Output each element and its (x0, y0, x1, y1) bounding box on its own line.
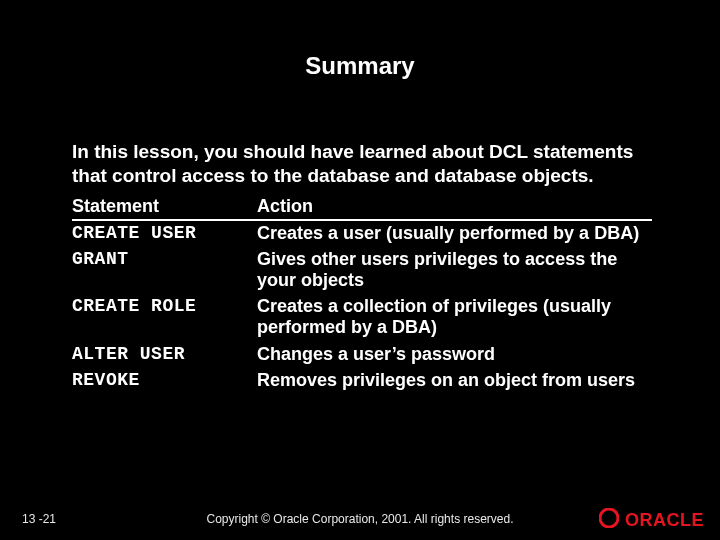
table-cell-stmt: CREATE USER (72, 220, 257, 247)
slide-title: Summary (0, 0, 720, 80)
statements-table: Statement Action CREATE USER Creates a u… (72, 194, 652, 395)
slide-footer: 13 -21 Copyright © Oracle Corporation, 2… (0, 500, 720, 540)
oracle-o-icon (599, 508, 619, 532)
col-header-statement: Statement (72, 194, 257, 220)
slide-body: In this lesson, you should have learned … (72, 140, 652, 394)
svg-point-0 (600, 509, 618, 527)
table-cell-action: Removes privileges on an object from use… (257, 367, 652, 393)
table-cell-stmt: REVOKE (72, 367, 257, 393)
table-cell-action: Changes a user’s password (257, 341, 652, 367)
table-cell-action: Creates a collection of privileges (usua… (257, 294, 652, 341)
col-header-action: Action (257, 194, 652, 220)
lead-text: In this lesson, you should have learned … (72, 140, 652, 188)
brand-name: ORACLE (625, 510, 704, 531)
brand-logo: ORACLE (599, 508, 704, 532)
table-cell-stmt: GRANT (72, 246, 257, 293)
table-cell-action: Gives other users privileges to access t… (257, 246, 652, 293)
table-cell-action: Creates a user (usually performed by a D… (257, 220, 652, 247)
table-cell-stmt: ALTER USER (72, 341, 257, 367)
table-cell-stmt: CREATE ROLE (72, 294, 257, 341)
